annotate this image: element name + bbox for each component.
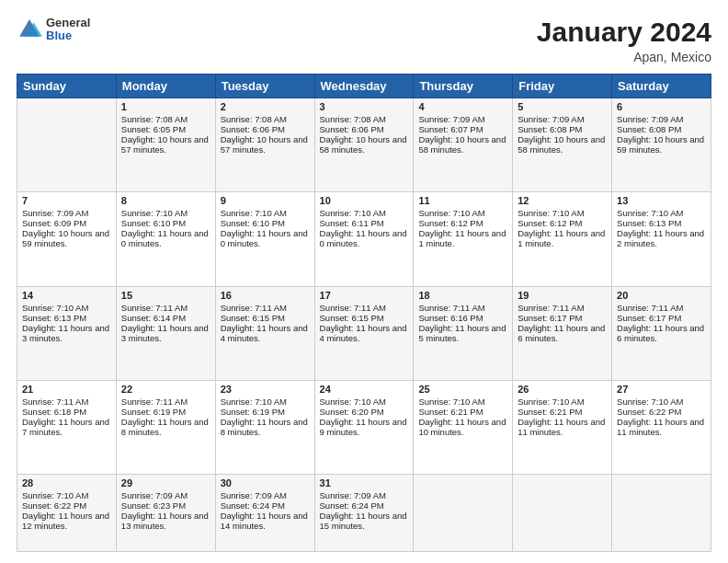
daylight-text: Daylight: 11 hours and 0 minutes. (320, 228, 409, 248)
sunrise-text: Sunrise: 7:11 AM (221, 303, 310, 313)
day-number: 11 (418, 195, 507, 206)
page: General Blue January 2024 Apan, Mexico S… (0, 0, 728, 563)
day-cell: 5Sunrise: 7:09 AMSunset: 6:08 PMDaylight… (513, 98, 612, 192)
day-cell: 19Sunrise: 7:11 AMSunset: 6:17 PMDayligh… (513, 286, 612, 380)
week-row-4: 21Sunrise: 7:11 AMSunset: 6:18 PMDayligh… (17, 380, 711, 474)
sunset-text: Sunset: 6:20 PM (320, 407, 409, 417)
sunrise-text: Sunrise: 7:11 AM (22, 396, 111, 407)
day-number: 26 (518, 384, 607, 395)
daylight-text: Daylight: 11 hours and 8 minutes. (221, 417, 310, 437)
daylight-text: Daylight: 10 hours and 59 minutes. (617, 134, 706, 155)
daylight-text: Daylight: 11 hours and 4 minutes. (221, 323, 310, 343)
day-number: 10 (320, 195, 409, 206)
day-number: 22 (121, 384, 210, 395)
sunrise-text: Sunrise: 7:09 AM (418, 114, 507, 124)
sunrise-text: Sunrise: 7:10 AM (22, 303, 111, 313)
page-subtitle: Apan, Mexico (537, 50, 711, 64)
day-cell: 25Sunrise: 7:10 AMSunset: 6:21 PMDayligh… (414, 380, 513, 474)
daylight-text: Daylight: 11 hours and 5 minutes. (418, 323, 507, 343)
sunrise-text: Sunrise: 7:10 AM (121, 208, 210, 218)
daylight-text: Daylight: 11 hours and 15 minutes. (320, 511, 409, 531)
col-header-monday: Monday (116, 75, 215, 98)
daylight-text: Daylight: 11 hours and 7 minutes. (22, 417, 111, 437)
sunset-text: Sunset: 6:09 PM (22, 218, 111, 228)
logo-general: General (46, 17, 90, 29)
daylight-text: Daylight: 10 hours and 58 minutes. (320, 134, 409, 155)
day-cell: 31Sunrise: 7:09 AMSunset: 6:24 PMDayligh… (314, 475, 414, 552)
sunset-text: Sunset: 6:24 PM (221, 500, 310, 511)
sunrise-text: Sunrise: 7:10 AM (221, 208, 310, 218)
sunrise-text: Sunrise: 7:09 AM (617, 114, 706, 124)
sunset-text: Sunset: 6:11 PM (320, 218, 409, 228)
sunrise-text: Sunrise: 7:11 AM (320, 303, 409, 313)
daylight-text: Daylight: 11 hours and 12 minutes. (22, 511, 111, 531)
sunrise-text: Sunrise: 7:10 AM (617, 396, 706, 407)
col-header-saturday: Saturday (612, 75, 711, 98)
sunset-text: Sunset: 6:06 PM (320, 124, 409, 134)
daylight-text: Daylight: 11 hours and 0 minutes. (121, 228, 210, 248)
sunrise-text: Sunrise: 7:09 AM (22, 208, 111, 218)
sunset-text: Sunset: 6:18 PM (22, 407, 111, 417)
sunset-text: Sunset: 6:21 PM (518, 407, 607, 417)
day-number: 2 (221, 101, 310, 112)
sunrise-text: Sunrise: 7:10 AM (617, 208, 706, 218)
sunset-text: Sunset: 6:08 PM (617, 124, 706, 134)
sunset-text: Sunset: 6:15 PM (221, 313, 310, 323)
sunset-text: Sunset: 6:23 PM (121, 500, 210, 511)
sunset-text: Sunset: 6:12 PM (518, 218, 607, 228)
sunrise-text: Sunrise: 7:09 AM (320, 490, 409, 500)
sunset-text: Sunset: 6:21 PM (418, 407, 507, 417)
sunset-text: Sunset: 6:13 PM (617, 218, 706, 228)
col-header-tuesday: Tuesday (215, 75, 314, 98)
sunrise-text: Sunrise: 7:08 AM (320, 114, 409, 124)
daylight-text: Daylight: 10 hours and 57 minutes. (121, 134, 210, 155)
day-number: 17 (320, 290, 409, 301)
sunset-text: Sunset: 6:14 PM (121, 313, 210, 323)
day-cell: 17Sunrise: 7:11 AMSunset: 6:15 PMDayligh… (314, 286, 414, 380)
day-cell: 1Sunrise: 7:08 AMSunset: 6:05 PMDaylight… (116, 98, 215, 192)
sunrise-text: Sunrise: 7:10 AM (221, 396, 310, 407)
daylight-text: Daylight: 11 hours and 9 minutes. (320, 417, 409, 437)
logo-blue: Blue (46, 29, 90, 42)
logo-text: General Blue (46, 17, 90, 43)
sunset-text: Sunset: 6:08 PM (518, 124, 607, 134)
week-row-2: 7Sunrise: 7:09 AMSunset: 6:09 PMDaylight… (17, 192, 711, 286)
week-row-3: 14Sunrise: 7:10 AMSunset: 6:13 PMDayligh… (17, 286, 711, 380)
sunset-text: Sunset: 6:22 PM (617, 407, 706, 417)
day-cell: 14Sunrise: 7:10 AMSunset: 6:13 PMDayligh… (17, 286, 117, 380)
day-number: 24 (320, 384, 409, 395)
daylight-text: Daylight: 11 hours and 2 minutes. (617, 228, 706, 248)
sunset-text: Sunset: 6:05 PM (121, 124, 210, 134)
day-cell: 26Sunrise: 7:10 AMSunset: 6:21 PMDayligh… (513, 380, 612, 474)
sunrise-text: Sunrise: 7:09 AM (121, 490, 210, 500)
day-cell: 9Sunrise: 7:10 AMSunset: 6:10 PMDaylight… (215, 192, 314, 286)
sunrise-text: Sunrise: 7:10 AM (22, 490, 111, 500)
daylight-text: Daylight: 10 hours and 57 minutes. (221, 134, 310, 155)
day-number: 23 (221, 384, 310, 395)
day-number: 28 (22, 477, 111, 488)
sunrise-text: Sunrise: 7:10 AM (518, 208, 607, 218)
day-number: 31 (320, 477, 409, 488)
day-cell (513, 475, 612, 552)
sunset-text: Sunset: 6:13 PM (22, 313, 111, 323)
day-number: 1 (121, 101, 210, 112)
day-cell (414, 475, 513, 552)
day-cell: 4Sunrise: 7:09 AMSunset: 6:07 PMDaylight… (414, 98, 513, 192)
day-number: 15 (121, 290, 210, 301)
col-header-sunday: Sunday (17, 75, 117, 98)
day-cell: 30Sunrise: 7:09 AMSunset: 6:24 PMDayligh… (215, 475, 314, 552)
day-cell (17, 98, 117, 192)
col-header-thursday: Thursday (414, 75, 513, 98)
sunset-text: Sunset: 6:22 PM (22, 500, 111, 511)
day-number: 19 (518, 290, 607, 301)
daylight-text: Daylight: 11 hours and 11 minutes. (518, 417, 607, 437)
sunset-text: Sunset: 6:17 PM (518, 313, 607, 323)
day-cell (612, 475, 711, 552)
day-cell: 3Sunrise: 7:08 AMSunset: 6:06 PMDaylight… (314, 98, 414, 192)
day-number: 9 (221, 195, 310, 206)
daylight-text: Daylight: 10 hours and 58 minutes. (518, 134, 607, 155)
sunrise-text: Sunrise: 7:11 AM (121, 396, 210, 407)
day-cell: 18Sunrise: 7:11 AMSunset: 6:16 PMDayligh… (414, 286, 513, 380)
day-number: 8 (121, 195, 210, 206)
title-block: January 2024 Apan, Mexico (537, 17, 711, 64)
